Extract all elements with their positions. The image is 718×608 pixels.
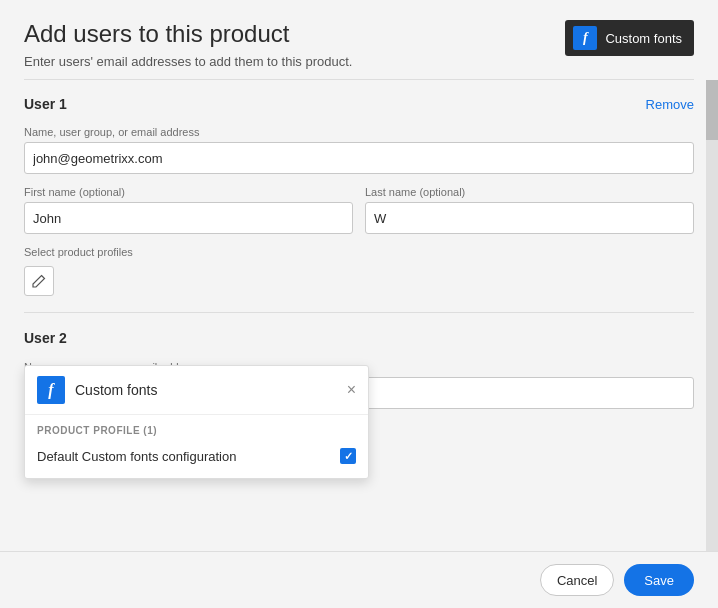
user1-header: User 1 Remove: [24, 96, 694, 112]
header-left: Add users to this product Enter users' e…: [24, 20, 352, 69]
modal-body: User 1 Remove Name, user group, or email…: [0, 80, 718, 551]
last-name-label: Last name (optional): [365, 186, 694, 198]
first-name-group: First name (optional): [24, 186, 353, 234]
product-profiles-label: Select product profiles: [24, 246, 694, 258]
popup-section-label: PRODUCT PROFILE (1): [37, 425, 356, 436]
scrollbar-thumb[interactable]: [706, 80, 718, 140]
modal-header: Add users to this product Enter users' e…: [0, 0, 718, 79]
first-name-input[interactable]: [24, 202, 353, 234]
user2-label: User 2: [24, 330, 67, 346]
popup-close-button[interactable]: ×: [347, 382, 356, 398]
cf-badge-label: Custom fonts: [605, 31, 682, 46]
first-name-label: First name (optional): [24, 186, 353, 198]
user1-section: User 1 Remove Name, user group, or email…: [0, 80, 718, 312]
profile-item-name: Default Custom fonts configuration: [37, 449, 236, 464]
pencil-icon: [32, 274, 46, 288]
last-name-input[interactable]: [365, 202, 694, 234]
custom-fonts-badge[interactable]: f Custom fonts: [565, 20, 694, 56]
popup-body: PRODUCT PROFILE (1) Default Custom fonts…: [25, 415, 368, 478]
last-name-group: Last name (optional): [365, 186, 694, 234]
profile-checkbox[interactable]: [340, 448, 356, 464]
profile-item: Default Custom fonts configuration: [37, 444, 356, 468]
save-button[interactable]: Save: [624, 564, 694, 596]
profile-selector: [24, 266, 694, 296]
dropdown-popup: f Custom fonts × PRODUCT PROFILE (1) Def…: [24, 365, 369, 479]
popup-cf-icon: f: [37, 376, 65, 404]
modal-container: Add users to this product Enter users' e…: [0, 0, 718, 608]
email-input[interactable]: [24, 142, 694, 174]
dropdown-header: f Custom fonts ×: [25, 366, 368, 415]
user1-label: User 1: [24, 96, 67, 112]
edit-profile-button[interactable]: [24, 266, 54, 296]
email-field-group: Name, user group, or email address: [24, 126, 694, 174]
name-row: First name (optional) Last name (optiona…: [24, 186, 694, 234]
scrollbar-track[interactable]: [706, 80, 718, 551]
email-label: Name, user group, or email address: [24, 126, 694, 138]
remove-link[interactable]: Remove: [646, 97, 694, 112]
user2-header: User 2: [24, 329, 694, 347]
cancel-button[interactable]: Cancel: [540, 564, 614, 596]
modal-title: Add users to this product: [24, 20, 352, 48]
popup-title: Custom fonts: [75, 382, 337, 398]
modal-footer: Cancel Save: [0, 551, 718, 608]
modal-subtitle: Enter users' email addresses to add them…: [24, 54, 352, 69]
cf-icon: f: [573, 26, 597, 50]
